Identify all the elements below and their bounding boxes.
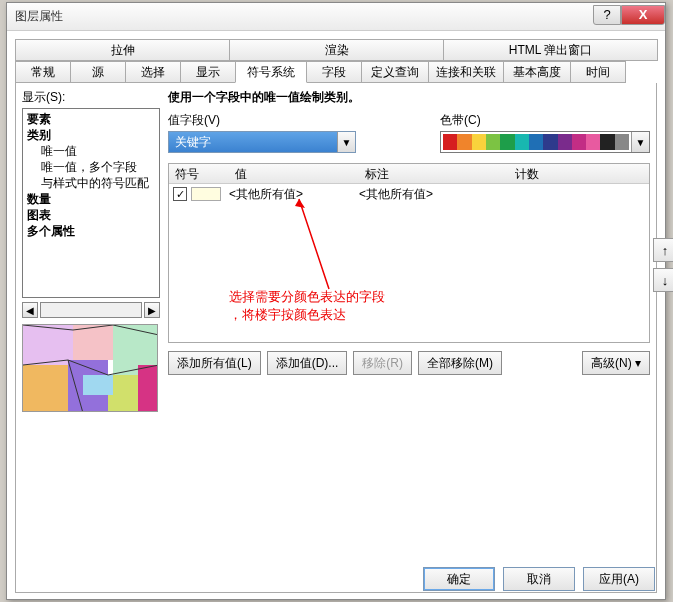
reorder-buttons: ↑ ↓ (653, 238, 673, 298)
right-pane: 使用一个字段中的唯一值绘制类别。 导入(I)... 值字段(V) 关键字 ▼ 色… (168, 89, 650, 412)
tree-charts[interactable]: 图表 (23, 207, 159, 223)
tab-time[interactable]: 时间 (570, 61, 626, 83)
grid-button-row: 添加所有值(L) 添加值(D)... 移除(R) 全部移除(M) 高级(N) ▾ (168, 351, 650, 375)
color-ramp-label: 色带(C) (440, 112, 650, 129)
tree-categories[interactable]: 类别 (23, 127, 159, 143)
col-value[interactable]: 值 (229, 164, 359, 183)
content: 拉伸 渲染 HTML 弹出窗口 常规 源 选择 显示 符号系统 字段 定义查询 … (7, 31, 665, 601)
tabs-row-1: 拉伸 渲染 HTML 弹出窗口 (15, 39, 657, 61)
svg-rect-7 (83, 375, 113, 395)
tree-match-style[interactable]: 与样式中的符号匹配 (23, 175, 159, 191)
scroll-right-icon[interactable]: ▶ (144, 302, 160, 318)
dialog-footer: 确定 取消 应用(A) (423, 567, 655, 591)
tab-selection[interactable]: 选择 (125, 61, 181, 83)
tree-unique-many-fields[interactable]: 唯一值，多个字段 (23, 159, 159, 175)
scroll-left-icon[interactable]: ◀ (22, 302, 38, 318)
left-pane: 显示(S): 要素 类别 唯一值 唯一值，多个字段 与样式中的符号匹配 数量 图… (22, 89, 160, 412)
annotation-text: 选择需要分颜色表达的字段 ，将楼宇按颜色表达 (229, 288, 385, 324)
tab-general[interactable]: 常规 (15, 61, 71, 83)
help-button[interactable]: ? (593, 5, 621, 25)
color-ramp-swatches (441, 132, 631, 152)
tree-hscroll[interactable]: ◀ ▶ (22, 302, 160, 318)
svg-rect-3 (23, 365, 68, 412)
tab-definition-query[interactable]: 定义查询 (361, 61, 429, 83)
chevron-down-icon[interactable]: ▼ (631, 132, 649, 152)
remove-button[interactable]: 移除(R) (353, 351, 412, 375)
apply-button[interactable]: 应用(A) (583, 567, 655, 591)
tab-base-heights[interactable]: 基本高度 (503, 61, 571, 83)
svg-rect-1 (73, 325, 113, 360)
grid-header: 符号 值 标注 计数 (169, 164, 649, 184)
tab-display[interactable]: 显示 (180, 61, 236, 83)
value-field-label: 值字段(V) (168, 112, 356, 129)
col-symbol[interactable]: 符号 (169, 164, 229, 183)
row-checkbox[interactable]: ✓ (173, 187, 187, 201)
table-row[interactable]: ✓ <其他所有值> <其他所有值> (169, 184, 649, 204)
tab-html-popup[interactable]: HTML 弹出窗口 (443, 39, 658, 61)
col-count[interactable]: 计数 (509, 164, 589, 183)
color-ramp-dropdown[interactable]: ▼ (440, 131, 650, 153)
tab-symbology[interactable]: 符号系统 (235, 61, 307, 83)
annotation-arrow-icon (289, 194, 349, 294)
col-label[interactable]: 标注 (359, 164, 509, 183)
cancel-button[interactable]: 取消 (503, 567, 575, 591)
svg-rect-0 (23, 325, 73, 365)
svg-rect-6 (138, 365, 158, 412)
value-field-value: 关键字 (169, 132, 337, 152)
tree-multiple-attrs[interactable]: 多个属性 (23, 223, 159, 239)
tab-panel: 显示(S): 要素 类别 唯一值 唯一值，多个字段 与样式中的符号匹配 数量 图… (15, 83, 657, 593)
value-field-dropdown[interactable]: 关键字 ▼ (168, 131, 356, 153)
svg-line-8 (299, 199, 329, 289)
map-preview-icon (23, 325, 158, 412)
window-title: 图层属性 (15, 8, 593, 25)
ok-button[interactable]: 确定 (423, 567, 495, 591)
tree-unique-values[interactable]: 唯一值 (23, 143, 159, 159)
show-label: 显示(S): (22, 89, 160, 106)
row-value: <其他所有值> (229, 186, 359, 203)
preview-thumbnail (22, 324, 158, 412)
move-down-button[interactable]: ↓ (653, 268, 673, 292)
close-button[interactable]: X (621, 5, 665, 25)
tree-quantities[interactable]: 数量 (23, 191, 159, 207)
tab-fields[interactable]: 字段 (306, 61, 362, 83)
add-all-values-button[interactable]: 添加所有值(L) (168, 351, 261, 375)
panel-heading: 使用一个字段中的唯一值绘制类别。 (168, 89, 650, 106)
tabs-row-2: 常规 源 选择 显示 符号系统 字段 定义查询 连接和关联 基本高度 时间 (15, 61, 657, 83)
tab-joins-relates[interactable]: 连接和关联 (428, 61, 504, 83)
renderer-tree[interactable]: 要素 类别 唯一值 唯一值，多个字段 与样式中的符号匹配 数量 图表 多个属性 (22, 108, 160, 298)
tab-render[interactable]: 渲染 (229, 39, 444, 61)
remove-all-button[interactable]: 全部移除(M) (418, 351, 502, 375)
scroll-track[interactable] (40, 302, 142, 318)
tree-features[interactable]: 要素 (23, 111, 159, 127)
advanced-button[interactable]: 高级(N) ▾ (582, 351, 650, 375)
row-label: <其他所有值> (359, 186, 509, 203)
titlebar: 图层属性 ? X (7, 3, 665, 31)
chevron-down-icon[interactable]: ▼ (337, 132, 355, 152)
symbol-grid: 符号 值 标注 计数 ✓ <其他所有值> <其他所有值> ↑ (168, 163, 650, 343)
dialog-window: 图层属性 ? X 拉伸 渲染 HTML 弹出窗口 常规 源 选择 显示 符号系统… (6, 2, 666, 600)
row-symbol-swatch[interactable] (191, 187, 221, 201)
add-values-button[interactable]: 添加值(D)... (267, 351, 348, 375)
tab-stretch[interactable]: 拉伸 (15, 39, 230, 61)
move-up-button[interactable]: ↑ (653, 238, 673, 262)
tab-source[interactable]: 源 (70, 61, 126, 83)
